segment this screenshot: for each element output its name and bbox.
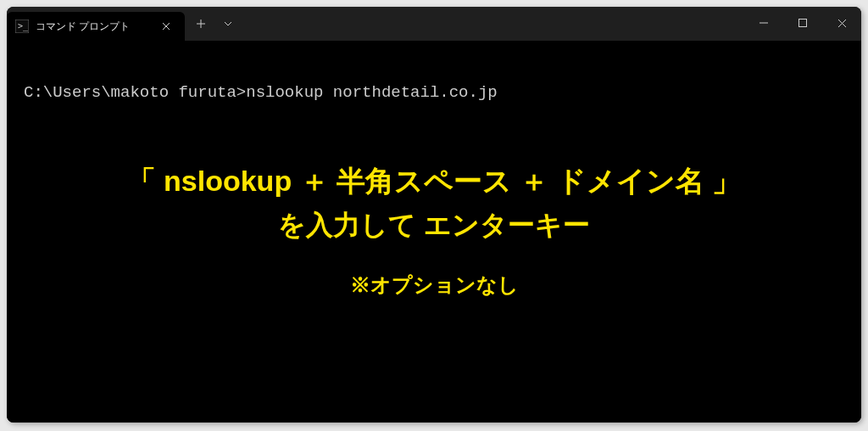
command-text: nslookup northdetail.co.jp [246, 83, 497, 102]
annotation-line3: ※オプションなし [7, 271, 861, 299]
tab-label: コマンド プロンプト [36, 20, 149, 34]
close-button[interactable] [822, 7, 861, 39]
prompt-path: C:\Users\makoto furuta> [24, 83, 246, 102]
annotation-line1: 「 nslookup ＋ 半角スペース ＋ ドメイン名 」 [7, 158, 861, 204]
new-tab-button[interactable] [188, 11, 214, 36]
annotation-overlay: 「 nslookup ＋ 半角スペース ＋ ドメイン名 」 を入力して エンター… [7, 158, 861, 299]
active-tab[interactable]: >_ コマンド プロンプト [7, 12, 185, 41]
svg-text:>_: >_ [18, 21, 29, 31]
prompt-line: C:\Users\makoto furuta>nslookup northdet… [24, 83, 844, 102]
maximize-button[interactable] [783, 7, 822, 39]
titlebar: >_ コマンド プロンプト [7, 7, 861, 41]
minimize-button[interactable] [744, 7, 783, 39]
tab-dropdown-button[interactable] [215, 11, 241, 36]
terminal-window: >_ コマンド プロンプト [7, 7, 861, 423]
svg-rect-7 [799, 20, 807, 27]
window-controls [744, 7, 861, 39]
tab-close-button[interactable] [156, 16, 176, 36]
terminal-body[interactable]: C:\Users\makoto furuta>nslookup northdet… [7, 41, 861, 423]
cmd-icon: >_ [15, 20, 29, 33]
annotation-line2: を入力して エンターキー [7, 204, 861, 247]
